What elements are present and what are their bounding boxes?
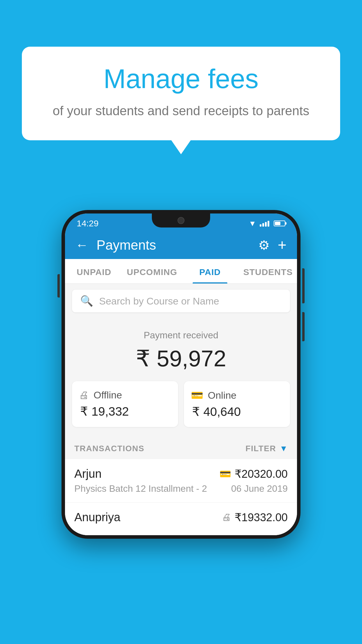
offline-amount: ₹ 19,332	[80, 404, 129, 419]
phone-frame: 14:29 ▼	[61, 210, 301, 539]
filter-icon: ▼	[280, 444, 288, 453]
tab-upcoming[interactable]: UPCOMING	[123, 259, 181, 284]
transaction-date: 06 June 2019	[231, 483, 288, 494]
payment-summary: Payment received ₹ 59,972 🖨 Offline ₹ 19…	[65, 318, 297, 436]
transaction-name: Anupriya	[74, 511, 120, 524]
battery-fill	[275, 222, 280, 225]
tab-paid[interactable]: PAID	[181, 259, 239, 284]
payment-received-label: Payment received	[72, 330, 290, 341]
transactions-label: TRANSACTIONS	[74, 444, 144, 453]
phone-mockup: 14:29 ▼	[61, 210, 301, 539]
add-button[interactable]: +	[278, 236, 287, 254]
cash-payment-icon: 🖨	[222, 512, 231, 523]
filter-label: FILTER	[245, 444, 276, 453]
total-payment-amount: ₹ 59,972	[72, 345, 290, 372]
wifi-icon: ▼	[249, 219, 256, 228]
battery-icon	[274, 220, 285, 226]
power-button-2	[302, 312, 305, 341]
transaction-description: Physics Batch 12 Installment - 2	[74, 483, 207, 494]
offline-icon: 🖨	[79, 389, 89, 401]
status-icons: ▼	[249, 219, 285, 228]
online-amount: ₹ 40,640	[192, 405, 241, 419]
transaction-amount-wrap: 💳 ₹20320.00	[219, 468, 288, 480]
online-payment-card: 💳 Online ₹ 40,640	[184, 381, 290, 427]
tab-unpaid[interactable]: UNPAID	[65, 259, 123, 284]
phone-screen: 14:29 ▼	[65, 214, 297, 535]
tabs-bar: UNPAID UPCOMING PAID STUDENTS	[65, 259, 297, 284]
phone-notch	[152, 214, 210, 228]
offline-payment-card: 🖨 Offline ₹ 19,332	[72, 381, 178, 427]
signal-icon	[260, 220, 270, 227]
app-header: ← Payments ⚙ +	[65, 231, 297, 259]
bubble-subtitle: of your students and send receipts to pa…	[45, 102, 317, 120]
transaction-name: Arjun	[74, 467, 101, 480]
transactions-header: TRANSACTIONS FILTER ▼	[65, 436, 297, 459]
offline-label: Offline	[94, 389, 122, 401]
transaction-amount: ₹20320.00	[235, 468, 288, 480]
transaction-row[interactable]: Anupriya 🖨 ₹19332.00	[65, 503, 297, 535]
speech-bubble-section: Manage fees of your students and send re…	[22, 47, 340, 140]
page-title: Payments	[96, 237, 250, 253]
bubble-title: Manage fees	[45, 64, 317, 94]
status-time: 14:29	[77, 218, 99, 228]
search-bar[interactable]: 🔍 Search by Course or Name	[72, 290, 290, 312]
search-icon: 🔍	[80, 295, 93, 307]
filter-row[interactable]: FILTER ▼	[245, 444, 288, 453]
transaction-amount-wrap: 🖨 ₹19332.00	[222, 511, 288, 524]
card-payment-icon: 💳	[219, 468, 231, 480]
payment-cards: 🖨 Offline ₹ 19,332 💳 Online ₹ 40,640	[72, 381, 290, 427]
transaction-row[interactable]: Arjun 💳 ₹20320.00 Physics Batch 12 Insta…	[65, 459, 297, 503]
back-button[interactable]: ←	[75, 238, 88, 252]
online-label: Online	[208, 390, 236, 401]
settings-icon[interactable]: ⚙	[258, 238, 270, 253]
power-button	[302, 268, 305, 303]
online-icon: 💳	[191, 389, 203, 401]
search-input[interactable]: Search by Course or Name	[99, 295, 219, 307]
transaction-amount: ₹19332.00	[235, 511, 288, 524]
tab-students[interactable]: STUDENTS	[239, 259, 297, 284]
search-container: 🔍 Search by Course or Name	[65, 284, 297, 318]
front-camera	[178, 217, 184, 224]
speech-bubble: Manage fees of your students and send re…	[22, 47, 340, 140]
volume-button	[57, 274, 60, 298]
